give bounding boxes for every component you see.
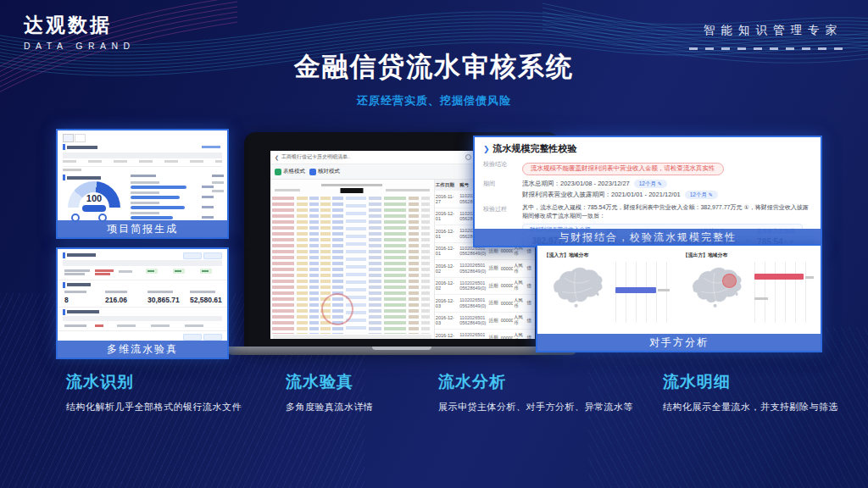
table-row[interactable]: 2016-12-03 1102026501 05628649(0) 活期 000… xyxy=(435,295,535,313)
feature-title: 流水分析 xyxy=(438,371,633,393)
brand-logo-cn: 达观数据 xyxy=(24,12,136,38)
feature-title: 流水验真 xyxy=(286,371,374,393)
inflow-title: 【流入方】地域分布 xyxy=(544,252,676,259)
period-label: 期间 xyxy=(483,178,522,188)
outflow-bar xyxy=(754,274,804,280)
feature-list: 流水识别 结构化解析几乎全部格式的银行流水文件 流水验真 多角度验真流水详情 流… xyxy=(0,371,868,430)
china-map xyxy=(544,262,612,314)
feature-description: 结构化展示全量流水，并支持剔除与筛选 xyxy=(663,401,838,413)
brand-logo: 达观数据 DATA GRAND xyxy=(24,12,136,51)
table-row[interactable]: 2016-12-02 1102026501 05628649(0) 活期 000… xyxy=(435,260,535,278)
score-pill xyxy=(82,205,106,212)
inflow-bar-chart xyxy=(615,262,676,323)
header-cell: 工作日期 xyxy=(435,182,459,188)
feature-item: 流水明细 结构化展示全量流水，并支持剔除与筛选 xyxy=(663,371,838,413)
process-label: 校验过程 xyxy=(483,203,522,214)
feature-description: 多角度验真流水详情 xyxy=(286,401,374,413)
compare-mode-button[interactable]: 核对模式 xyxy=(309,168,340,175)
pass-badge xyxy=(173,269,185,274)
table-row[interactable]: 2016-12-03 1102026501 05628649(0) 活期 000… xyxy=(435,313,535,330)
compare-mode-label: 核对模式 xyxy=(318,168,340,175)
laptop-base xyxy=(227,347,576,355)
brand-tagline-block: 智能知识管理专家 xyxy=(689,23,843,50)
integrity-panel: ❯ 流水规模完整性校验 校验结论 流水规模不能覆盖财报利润表中营业收入金额，请检… xyxy=(473,136,822,247)
slide: 达观数据 DATA GRAND 智能知识管理专家 金融信贷流水审核系统 还原经营… xyxy=(0,0,868,488)
feature-item: 流水验真 多角度验真流水详情 xyxy=(286,371,374,413)
page-subtitle: 还原经营实质、挖掘偿债风险 xyxy=(0,93,868,108)
period-tag[interactable]: 12个月 ✎ xyxy=(685,191,718,199)
integrity-caption: 与财报结合，校验流水规模完整性 xyxy=(475,229,821,246)
table-mode-button[interactable]: 表格模式 xyxy=(275,168,305,175)
report-panel: 100 项目简报生成 xyxy=(56,129,229,239)
integrity-title-row: ❯ 流水规模完整性校验 xyxy=(483,142,812,155)
stat-value: 52,580.61 xyxy=(190,296,222,304)
outflow-chart: 【流出方】地域分布 xyxy=(683,252,815,323)
zoom-out-icon[interactable] xyxy=(465,154,471,160)
period-tag[interactable]: 12个月 ✎ xyxy=(634,180,667,188)
table-row[interactable]: 2016-12-10 1102026501 05628649(0) 活期 000… xyxy=(435,330,535,339)
feature-description: 展示申贷主体分析、对手方分析、异常流水等 xyxy=(438,401,633,413)
redaction-box xyxy=(341,188,364,193)
outflow-bar-chart xyxy=(754,262,815,323)
conclusion-alert: 流水规模不能覆盖财报利润表中营业收入金额，请检查流水真实性 xyxy=(522,163,724,175)
page-title: 金融信贷流水审核系统 xyxy=(0,49,868,85)
feature-description: 结构化解析几乎全部格式的银行流水文件 xyxy=(66,401,242,413)
feature-item: 流水分析 展示申贷主体分析、对手方分析、异常流水等 xyxy=(438,371,633,413)
stat-value: 216.06 xyxy=(105,296,127,304)
feature-item: 流水识别 结构化解析几乎全部格式的银行流水文件 xyxy=(66,371,242,413)
feature-title: 流水明细 xyxy=(663,371,838,393)
inflow-bar xyxy=(615,287,656,293)
china-map xyxy=(683,262,751,314)
outflow-title: 【流出方】地域分布 xyxy=(683,252,815,259)
verify-caption: 多维流水验真 xyxy=(58,341,227,358)
stat-value: 30,865.71 xyxy=(147,296,180,304)
document-title: 工商银行借记卡历史明细清单.. xyxy=(281,153,350,161)
integrity-title: 流水规模完整性校验 xyxy=(493,142,577,155)
score-value: 100 xyxy=(68,193,120,203)
report-caption: 项目简报生成 xyxy=(58,220,227,237)
table-row[interactable]: 2016-12-02 1102026501 05628649(0) 活期 000… xyxy=(435,278,535,296)
counterparty-panel: 【流入方】地域分布 【流出方】地域分布 xyxy=(536,244,822,352)
feature-title: 流水识别 xyxy=(66,371,242,393)
brand-tagline: 智能知识管理专家 xyxy=(689,23,843,38)
table-mode-label: 表格模式 xyxy=(283,168,305,175)
table-mode-icon xyxy=(275,169,281,175)
counterparty-caption: 对手方分析 xyxy=(537,334,821,351)
compare-mode-icon xyxy=(309,169,316,175)
edit-icon: ✎ xyxy=(658,181,662,186)
verify-panel: 8 216.06 30,865.71 52,580.61 多维流水验真 xyxy=(56,247,229,359)
pass-badge xyxy=(146,269,158,274)
conclusion-label: 校验结论 xyxy=(483,158,522,169)
pass-badge xyxy=(200,269,212,274)
chevron-right-icon: ❯ xyxy=(483,145,490,153)
period-lines: 流水总期间：2023/01/08 - 2023/12/2712个月 ✎ 财报利润… xyxy=(522,178,718,201)
process-text: 其中，流水总收入规模：785.54万元，财报利润表中营业收入金额：382,977… xyxy=(522,203,812,221)
back-chevron-icon[interactable]: ❮ xyxy=(275,154,279,160)
hotspot-marker xyxy=(722,274,737,288)
stat-value: 8 xyxy=(64,296,69,304)
inflow-chart: 【流入方】地域分布 xyxy=(544,252,676,323)
edit-icon: ✎ xyxy=(709,192,713,197)
scanned-statement xyxy=(270,180,435,339)
